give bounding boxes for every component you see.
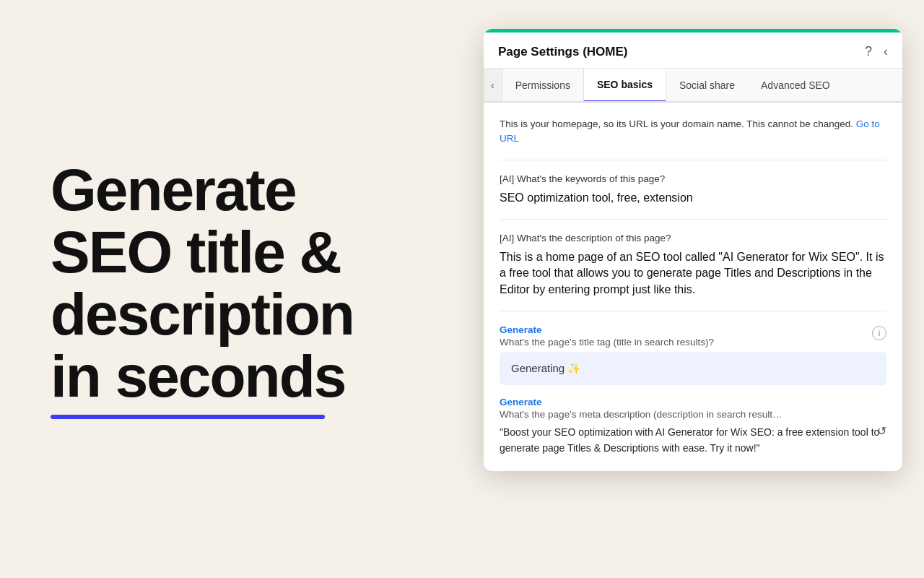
title-tag-question: What's the page's title tag (title in se…: [500, 337, 714, 348]
keywords-label: [AI] What's the keywords of this page?: [500, 173, 886, 184]
description-value: This is a home page of an SEO tool calle…: [500, 249, 886, 298]
divider-1: [500, 160, 886, 160]
left-panel: GenerateSEO title &descriptionin seconds: [0, 0, 462, 578]
title-tag-info-icon[interactable]: i: [872, 326, 886, 340]
right-panel: Page Settings (HOME) ? ‹ ‹ Permissions S…: [462, 0, 924, 578]
meta-question: What's the page's meta description (desc…: [500, 409, 886, 420]
url-info-text: This is your homepage, so its URL is you…: [500, 117, 886, 147]
help-icon[interactable]: ?: [865, 44, 872, 59]
modal-title: Page Settings (HOME): [498, 45, 627, 59]
meta-generate-link[interactable]: Generate: [500, 397, 886, 407]
back-icon[interactable]: ‹: [884, 44, 888, 59]
title-tag-generate-link[interactable]: Generate: [500, 324, 714, 335]
tab-seo-basics[interactable]: SEO basics: [583, 69, 666, 103]
tab-permissions[interactable]: Permissions: [502, 69, 583, 103]
divider-3: [500, 311, 886, 311]
meta-description-value: "Boost your SEO optimization with AI Gen…: [500, 424, 886, 457]
description-label: [AI] What's the description of this page…: [500, 233, 886, 243]
divider-2: [500, 219, 886, 220]
tab-advanced-seo[interactable]: Advanced SEO: [748, 69, 843, 103]
generating-text: Generating ✨: [511, 362, 581, 374]
refresh-icon[interactable]: ↺: [877, 424, 886, 438]
title-tag-label-row: Generate What's the page's title tag (ti…: [500, 324, 714, 348]
generating-box: Generating ✨: [500, 352, 886, 385]
page-settings-modal: Page Settings (HOME) ? ‹ ‹ Permissions S…: [484, 29, 902, 471]
tab-social-share[interactable]: Social share: [666, 69, 748, 103]
meta-description-value-row: ↺ "Boost your SEO optimization with AI G…: [500, 424, 886, 457]
meta-description-generate-row: Generate What's the page's meta descript…: [500, 397, 886, 420]
modal-header-actions: ? ‹: [865, 44, 888, 59]
hero-underline: [51, 415, 325, 419]
tab-scroll-left[interactable]: ‹: [484, 69, 502, 101]
title-tag-row: Generate What's the page's title tag (ti…: [500, 324, 886, 348]
tabs-container: ‹ Permissions SEO basics Social share Ad…: [484, 69, 902, 103]
keywords-value: SEO optimization tool, free, extension: [500, 190, 886, 206]
modal-content: This is your homepage, so its URL is you…: [484, 103, 902, 471]
hero-title: GenerateSEO title &descriptionin seconds: [51, 159, 354, 407]
modal-header: Page Settings (HOME) ? ‹: [484, 33, 902, 69]
